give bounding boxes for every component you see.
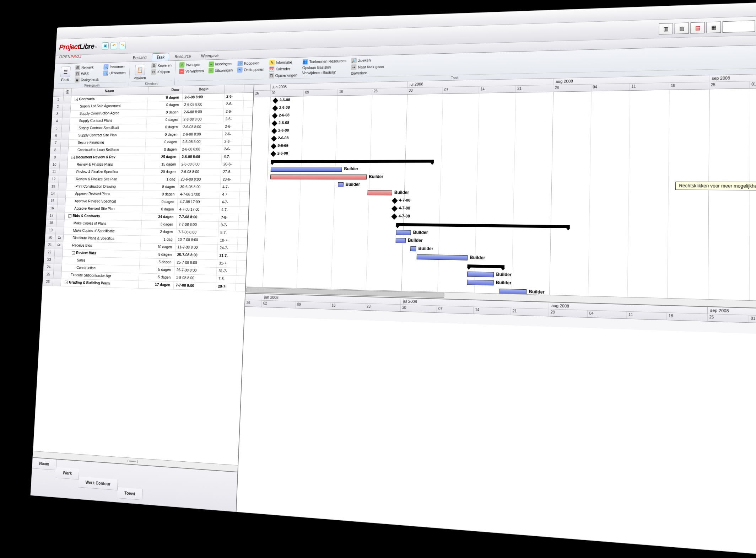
usage-icon: ≣	[75, 77, 80, 83]
uitspringen-button[interactable]: ←Uitspringen	[207, 67, 234, 74]
link-icon: 🔗	[237, 61, 243, 66]
usage-view-icon[interactable]: ▦	[706, 21, 721, 33]
kopieren-button[interactable]: ⧉Kopiëren	[150, 62, 173, 69]
notes-icon: 🗒	[269, 73, 274, 79]
summary-bar[interactable]	[467, 264, 504, 268]
task-row[interactable]: 9-Document Review & Rev25 dagen2-6-08 8:…	[50, 153, 251, 161]
verwijderen-basis-button[interactable]: Verwijderen Basislijn	[301, 69, 347, 75]
grid-body[interactable]: 1-Contracts0 dagen2-6-08 8:002-6-2Supply…	[33, 93, 253, 465]
task-bar-label: Builder	[369, 174, 383, 179]
delete-view-icon[interactable]: ▤	[690, 22, 705, 33]
milestone-label: 2-6-08	[279, 120, 289, 125]
milestone-marker[interactable]	[392, 205, 398, 211]
task-bar[interactable]	[367, 190, 392, 195]
milestone-marker[interactable]	[271, 143, 276, 149]
ribbon-group-klembord: 📋Plakken ⧉Kopiëren ✂Knippen Klembord	[129, 61, 176, 86]
bijwerken-button[interactable]: Bijwerken	[349, 70, 385, 76]
milestone-marker[interactable]	[392, 198, 398, 204]
uitzoomen-button[interactable]: 🔍Uitzoomen	[102, 70, 127, 76]
task-bar-label: Builder	[470, 255, 485, 260]
milestone-label: 4-7-08	[399, 206, 410, 210]
knippen-button[interactable]: ✂Knippen	[150, 69, 173, 75]
col-end[interactable]	[225, 85, 244, 93]
invoegen-button[interactable]: +Invoegen	[178, 61, 205, 68]
col-rownum[interactable]	[53, 88, 64, 96]
inspringen-button[interactable]: →Inspringen	[207, 60, 234, 67]
netwerk-button[interactable]: ⊞Netwerk	[74, 64, 101, 70]
tab-weergave[interactable]: Weergave	[196, 52, 223, 60]
prop-werk[interactable]: Werk	[56, 467, 80, 479]
info-icon: ✎	[269, 60, 275, 65]
informatie-button[interactable]: ✎Informatie	[268, 59, 299, 66]
task-bar[interactable]	[467, 280, 493, 286]
inzoomen-button[interactable]: 🔍Inzoomen	[102, 63, 127, 70]
assign-icon: 👥	[302, 59, 308, 65]
delete-icon: −	[179, 69, 184, 74]
tab-resource[interactable]: Resource	[170, 52, 196, 61]
task-bar[interactable]	[396, 238, 406, 243]
wbs-button[interactable]: ⊟WBS	[74, 70, 100, 77]
undo-icon[interactable]: ↶	[110, 42, 118, 49]
search-icon: 🔎	[351, 58, 357, 63]
insert-icon: +	[179, 62, 185, 68]
col-info[interactable]: ⓘ	[64, 88, 72, 96]
milestone-marker[interactable]	[270, 151, 276, 157]
milestone-marker[interactable]	[391, 214, 397, 220]
copy-icon: ⧉	[151, 63, 157, 68]
task-bar[interactable]	[396, 230, 411, 235]
task-bar[interactable]	[270, 175, 367, 179]
prop-toewi[interactable]: Toewi	[117, 487, 143, 500]
task-row[interactable]: 12Review & Finalize Site Plan1 dag23-6-0…	[48, 176, 250, 184]
zoeken-button[interactable]: 🔎Zoeken	[350, 57, 386, 64]
task-bar[interactable]	[338, 182, 344, 187]
task-row[interactable]: 8Construction Loan Settleme0 dagen2-6-08…	[50, 146, 251, 154]
toekennen-button[interactable]: 👥Toekennen Resources	[301, 58, 348, 65]
col-duur[interactable]: Duur	[148, 86, 183, 95]
summary-bar[interactable]	[271, 160, 434, 163]
milestone-label: 4-7-08	[399, 214, 410, 218]
summary-bar[interactable]	[396, 223, 570, 228]
prop-naam[interactable]: Naam	[32, 458, 57, 470]
naar-taak-button[interactable]: ➝Naar taak gaan	[350, 63, 385, 70]
taakgebruik-button[interactable]: ≣Taakgebruik	[73, 76, 100, 83]
milestone-marker[interactable]	[272, 98, 278, 103]
gantt-button[interactable]: ☰Gantt	[58, 65, 72, 83]
verwijderen-button[interactable]: −Verwijderen	[178, 68, 205, 75]
task-bar-label: Builder	[344, 166, 358, 171]
prop-werk-contour[interactable]: Werk Contour	[78, 477, 118, 490]
task-bar[interactable]	[410, 246, 416, 252]
col-naam[interactable]: Naam	[71, 87, 148, 96]
task-bar[interactable]	[271, 167, 342, 172]
tab-taak[interactable]: Taak	[152, 53, 169, 61]
task-row[interactable]: 10Review & Finalize Plans15 dagen2-6-08 …	[49, 161, 250, 169]
gantt-chart[interactable]: Rechtsklikken voor meer mogelijkheden 2-…	[246, 88, 756, 301]
opmerkingen-button[interactable]: 🗒Opmerkingen	[267, 72, 299, 79]
milestone-marker[interactable]	[272, 105, 278, 111]
zoom-out-icon: 🔍	[103, 70, 108, 76]
col-begin[interactable]: Begin	[183, 85, 225, 94]
tab-bestand[interactable]: Bestand	[128, 53, 151, 61]
search-field[interactable]	[723, 20, 755, 33]
task-bar-label: Builder	[496, 280, 512, 286]
milestone-marker[interactable]	[272, 120, 277, 127]
task-row[interactable]: 11Review & Finalize Specifica20 dagen2-6…	[49, 168, 250, 176]
plakken-button[interactable]: 📋Plakken	[132, 63, 148, 81]
milestone-marker[interactable]	[271, 128, 277, 134]
milestone-marker[interactable]	[271, 136, 277, 142]
task-bar-label: Builder	[418, 246, 433, 251]
redo-icon[interactable]: ↷	[119, 42, 126, 49]
lower-detail-area[interactable]	[237, 316, 756, 555]
kalender-button[interactable]: 📅Kalender	[268, 65, 299, 72]
indent-icon: →	[209, 61, 214, 67]
koppelen-button[interactable]: 🔗Koppelen	[236, 60, 266, 66]
chart-icon[interactable]: ▥	[659, 23, 673, 34]
milestone-label: 2-6-08	[277, 151, 288, 155]
task-row[interactable]: 13Print Construction Drawing5 dagen30-6-…	[48, 183, 249, 191]
save-icon[interactable]: ▣	[102, 42, 109, 49]
ontkoppelen-button[interactable]: ⤳Ontkoppelen	[236, 66, 266, 73]
task-bar[interactable]	[467, 272, 494, 277]
outdent-icon: ←	[208, 68, 214, 74]
resource-chart-icon[interactable]: ▨	[675, 22, 689, 34]
milestone-marker[interactable]	[272, 113, 278, 119]
task-bar[interactable]	[417, 254, 468, 260]
